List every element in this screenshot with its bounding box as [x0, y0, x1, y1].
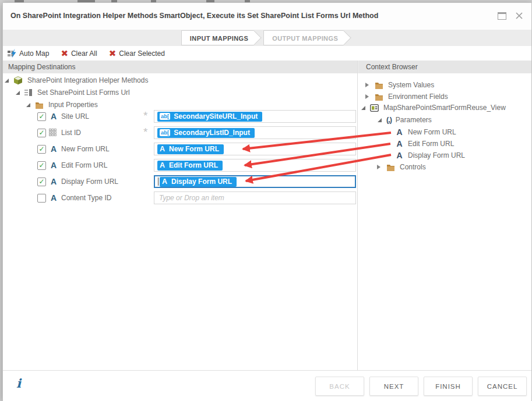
parameter-icon: A: [160, 161, 165, 169]
tree-item-input-properties[interactable]: Input Properties: [26, 99, 98, 111]
tab-output-mappings[interactable]: OUTPUT MAPPINGS: [263, 30, 344, 45]
context-item-system-values[interactable]: System Values: [365, 79, 434, 91]
property-text-icon: A: [49, 144, 58, 154]
mapped-value-chip[interactable]: A New Form URL: [157, 144, 224, 154]
expander-collapsed-icon[interactable]: [365, 83, 369, 87]
tab-input-mappings-label: INPUT MAPPINGS: [190, 35, 248, 42]
content-type-id-input[interactable]: Type or Drop an item: [154, 191, 356, 204]
tree-item-label: SharePoint Integration Helper Methods: [27, 76, 148, 84]
mapped-value-chip[interactable]: ab[ SecondarySiteURL_Input: [157, 112, 262, 122]
mapping-destinations-header: Mapping Destinations: [3, 61, 357, 73]
folder-icon: [386, 164, 395, 171]
context-item-label: System Values: [388, 81, 434, 89]
site-url-checkbox[interactable]: ✓: [37, 112, 46, 121]
method-icon: [24, 88, 33, 97]
cancel-button[interactable]: CANCEL: [478, 377, 527, 396]
list-id-input[interactable]: ab[ SecondaryListID_Input: [154, 126, 356, 139]
mapping-destinations-body: SharePoint Integration Helper Methods Se…: [3, 73, 357, 370]
parameter-icon: A: [395, 151, 404, 159]
edit-form-url-checkbox[interactable]: ✓: [37, 161, 46, 170]
auto-map-label: Auto Map: [19, 49, 49, 58]
tab-input-mappings[interactable]: INPUT MAPPINGS: [181, 30, 254, 45]
mapping-row-list-id: ✓ List ID * a: [3, 126, 357, 139]
checkmark-icon: ✓: [38, 146, 45, 153]
context-item-view[interactable]: MapSharePointSmartFormReuse_View: [361, 102, 506, 113]
mapped-value-text: SecondaryListID_Input: [174, 129, 250, 137]
expander-expanded-icon[interactable]: [5, 79, 9, 83]
context-item-edit-form-url[interactable]: A Edit Form URL: [395, 138, 454, 150]
property-label: New Form URL: [61, 145, 110, 153]
context-item-parameters[interactable]: (,) Parameters: [378, 114, 432, 126]
new-form-url-checkbox[interactable]: ✓: [37, 145, 46, 154]
display-form-url-input[interactable]: A Display Form URL: [154, 175, 356, 188]
context-browser-panel: Context Browser System Values: [358, 61, 531, 370]
context-item-environment-fields[interactable]: Environment Fields: [365, 91, 448, 102]
expander-collapsed-icon[interactable]: [365, 94, 369, 99]
next-button[interactable]: NEXT: [369, 377, 418, 396]
auto-map-icon: [7, 49, 16, 58]
tree-item-label: Set SharePoint List Forms Url: [37, 88, 130, 97]
finish-button[interactable]: FINISH: [424, 377, 473, 396]
mapping-row-new-form-url: ✓ A New Form URL A New Form URL: [3, 143, 357, 155]
content-type-id-checkbox[interactable]: [37, 194, 46, 203]
context-item-label: New Form URL: [408, 128, 456, 136]
auto-map-button[interactable]: Auto Map: [7, 49, 49, 58]
folder-icon: [35, 101, 44, 109]
parameters-icon: (,): [386, 116, 392, 124]
context-item-label: Environment Fields: [388, 93, 448, 101]
back-button[interactable]: BACK: [315, 377, 364, 396]
edit-form-url-input[interactable]: A Edit Form URL: [154, 159, 356, 172]
folder-icon: [375, 81, 383, 89]
required-star: *: [143, 128, 147, 136]
display-form-url-checkbox[interactable]: ✓: [37, 178, 46, 186]
info-icon[interactable]: i: [16, 376, 21, 391]
mapping-row-edit-form-url: ✓ A Edit Form URL A Edit Form URL: [3, 159, 357, 172]
maximize-icon[interactable]: [498, 12, 506, 20]
expander-expanded-icon[interactable]: [361, 106, 365, 110]
property-grid-icon: [49, 129, 58, 136]
tree-item-smartobject[interactable]: SharePoint Integration Helper Methods: [5, 74, 148, 86]
mapped-value-chip[interactable]: A Display Form URL: [160, 177, 237, 187]
mapped-value-text: Edit Form URL: [169, 161, 218, 169]
mapping-row-display-form-url: ✓ A Display Form URL A Display Form URL: [3, 175, 357, 188]
close-icon[interactable]: [515, 12, 523, 20]
checkmark-icon: ✓: [38, 113, 45, 120]
context-item-label: Display Form URL: [408, 151, 465, 159]
site-url-input[interactable]: ab[ SecondarySiteURL_Input: [154, 110, 356, 123]
property-text-icon: A: [49, 193, 58, 203]
textbox-icon: ab[: [160, 113, 170, 120]
list-id-checkbox[interactable]: ✓: [37, 129, 46, 137]
property-label: Site URL: [61, 112, 89, 120]
clear-selected-button[interactable]: ✖ Clear Selected: [109, 49, 165, 58]
mapped-value-chip[interactable]: A Edit Form URL: [157, 161, 223, 171]
context-item-label: Parameters: [396, 116, 432, 124]
dialog-title: On SharePoint Integration Helper Methods…: [10, 12, 378, 20]
parameter-icon: A: [160, 145, 165, 153]
expander-expanded-icon[interactable]: [378, 118, 382, 122]
mapped-value-chip[interactable]: ab[ SecondaryListID_Input: [157, 128, 255, 138]
required-star: *: [143, 112, 147, 120]
checkmark-icon: ✓: [38, 129, 45, 137]
tree-item-method[interactable]: Set SharePoint List Forms Url: [16, 87, 130, 98]
context-browser-body: System Values Environment Fields: [358, 73, 531, 370]
property-label: Display Form URL: [61, 178, 118, 186]
mapping-wizard-dialog: On SharePoint Integration Helper Methods…: [2, 2, 532, 401]
context-browser-header: Context Browser: [358, 61, 531, 73]
property-text-icon: A: [49, 177, 58, 186]
mapped-value-text: Display Form URL: [171, 178, 232, 186]
parameter-icon: A: [395, 128, 404, 136]
clear-all-button[interactable]: ✖ Clear All: [61, 49, 97, 58]
mapped-value-text: SecondarySiteURL_Input: [174, 112, 258, 120]
context-item-new-form-url[interactable]: A New Form URL: [395, 126, 456, 138]
expander-collapsed-icon[interactable]: [377, 165, 380, 169]
view-icon: [370, 104, 379, 112]
dialog-footer: i BACK NEXT FINISH CANCEL: [3, 370, 531, 401]
smartobject-cube-icon: [13, 76, 23, 85]
context-item-display-form-url[interactable]: A Display Form URL: [395, 150, 465, 161]
mapping-destinations-panel: Mapping Destinations SharePoint Integrat…: [3, 61, 358, 370]
context-item-controls[interactable]: Controls: [377, 161, 426, 173]
expander-expanded-icon[interactable]: [16, 91, 20, 95]
mapped-value-text: New Form URL: [169, 145, 219, 153]
new-form-url-input[interactable]: A New Form URL: [154, 143, 356, 155]
expander-expanded-icon[interactable]: [26, 103, 30, 107]
